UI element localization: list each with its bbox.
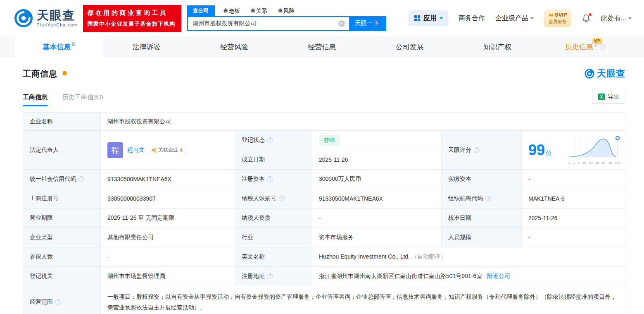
svip-member-button[interactable]: SVIP 会员服务 [544,10,571,27]
chart-tick: 0 [568,161,570,165]
score-label: 天眼评分 [448,146,471,153]
apps-label: 应用 [423,14,437,23]
svip-label: SVIP [555,12,567,18]
chart-tick: 15 [582,161,586,165]
svip-member-label: 会员服务 [548,19,567,25]
help-icon[interactable] [267,273,273,279]
apps-button[interactable]: 应用 [409,10,448,26]
subtab-business-info[interactable]: 工商信息 [23,93,48,106]
search-input[interactable] [188,17,338,30]
table-row: 登记机关 湖州市市场监督管理局 注册地址 浙江省湖州市湖州南太湖新区仁皇山街道仁… [23,267,625,286]
english-name-value: Huzhou Equity Investment Co., Ltd. [319,253,410,260]
more-menu[interactable]: 此处有... [601,14,632,23]
table-row: 法定代表人 程 程习文 关联企业 4 [23,131,625,150]
help-icon[interactable] [55,299,61,305]
table-row: 企业名称 湖州市股权投资有限公司 [23,113,625,131]
business-cooperation-link[interactable]: 商务合作 [459,14,485,23]
subtab-history-business-info[interactable]: 历史工商信息0 [62,93,103,106]
industry-value: 资本市场服务 [312,228,442,247]
tab-intellectual-property[interactable]: 知识产权 [454,36,541,57]
paid-capital-value: - [522,170,625,189]
tab-count: 8 [72,41,75,47]
taxpayer-quality-label: 纳税人资质 [235,209,312,228]
help-icon[interactable] [485,196,491,201]
search-tab-risk[interactable]: 查风险 [278,7,295,16]
excel-icon: X [598,93,605,100]
nearby-companies-link[interactable]: 附近公司 [487,273,510,279]
staff-size-value: - [522,228,625,247]
reg-status-label-cell: 登记状态 [235,131,312,150]
enterprise-products-label: 企业级产品 [495,14,528,23]
search-tab-boss[interactable]: 查老板 [223,7,240,16]
clear-icon[interactable] [338,20,345,27]
search-tab-company[interactable]: 查公司 [187,5,215,16]
subscribe-bell-button[interactable] [61,70,68,77]
corner-brand-text: 天眼查 [597,67,625,80]
chart-tick: 50 [589,161,593,165]
top-bar: 天眼查 TianYanCha.com 都在用的商业查询工具 国家中小企业发展子基… [0,0,644,36]
help-icon[interactable] [279,196,285,201]
relation-graph-icon [152,148,157,153]
help-icon[interactable] [78,176,84,182]
score-label-cell: 天眼评分 [442,131,522,170]
help-icon[interactable] [474,147,480,153]
tab-history-info[interactable]: VIP 历史信息 2 [542,36,629,57]
brand-domain: TianYanCha.com [37,23,78,27]
legal-rep-label: 法定代表人 [23,131,101,170]
export-button[interactable]: X 导出 [592,90,625,104]
chevron-down-icon [530,17,534,19]
score-value: 99分 [528,141,552,159]
taxpayer-id-label: 纳税人识别号 [242,195,276,201]
search-area: 查公司 查老板 查关系 查风险 天眼一下 [187,6,386,31]
score-chart[interactable]: 0 1 3 15 50 85 97 99 100 [568,135,621,165]
tab-operation-risk[interactable]: 经营风险 [190,36,278,57]
established-value: 2025-11-26 [312,150,442,170]
tianyancha-logo-icon [585,69,594,79]
approval-date-label: 核准日期 [442,209,522,228]
chart-tick: 100 [615,161,620,165]
insured-count-label: 参保人数 [23,247,101,267]
export-label: 导出 [608,93,619,101]
score-cell: 99分 [522,131,625,170]
tab-basic-info[interactable]: 基本信息 8 [15,36,102,57]
staff-size-label: 人员规模 [442,228,522,247]
legal-rep-cell: 程 程习文 关联企业 4 [101,131,235,170]
search-button[interactable]: 天眼一下 [349,17,385,30]
business-cooperation-label: 商务合作 [459,14,485,23]
reg-number-label: 工商注册号 [23,189,101,209]
reg-address-label: 注册地址 [242,273,265,279]
main-content: 工商信息 天眼查 工商信息 历史工商信息0 [0,57,644,314]
established-label: 成立日期 [235,150,312,170]
taxpayer-id-label-cell: 纳税人识别号 [235,189,312,209]
approval-date-value: 2025-11-26 [522,209,625,228]
enterprise-products-link[interactable]: 企业级产品 [495,14,534,23]
tab-company-development[interactable]: 公司发展 [366,36,454,57]
reg-capital-label-cell: 注册资本 [235,170,312,189]
section-header: 工商信息 天眼查 [23,57,625,80]
legal-rep-link[interactable]: 程习文 [127,146,145,154]
promo-banner: 都在用的商业查询工具 国家中小企业发展子基金旗下机构 [83,5,181,32]
tab-legal-proceedings[interactable]: 法律诉讼 [102,36,190,57]
org-code-label: 组织机构代码 [448,195,483,201]
logo-text: 天眼查 TianYanCha.com [37,9,78,28]
svg-text:X: X [600,95,603,99]
tab-label: 基本信息 [43,42,71,52]
corner-brand-logo: 天眼查 [585,67,625,80]
legal-rep-avatar[interactable]: 程 [107,142,123,158]
score-pin-icon [616,137,619,140]
business-scope-label: 经营范围 [30,298,53,305]
help-icon[interactable] [267,137,273,143]
more-menu-label: 此处有... [601,14,626,23]
table-row: 参保人数 - 英文名称 Huzhou Equity Investment Co.… [23,247,625,267]
paid-capital-label: 实缴资本 [442,170,522,189]
help-icon[interactable] [600,44,606,50]
company-type-value: 其他有限责任公司 [101,228,235,247]
tianyancha-logo[interactable]: 天眼查 TianYanCha.com [14,9,78,28]
search-tab-relation[interactable]: 查关系 [250,7,268,16]
notifications-button[interactable] [582,14,591,23]
help-icon[interactable] [267,176,273,182]
page: 天眼查 TianYanCha.com 都在用的商业查询工具 国家中小企业发展子基… [0,0,644,314]
business-term-value: 2025-11-26 至 无固定期限 [101,209,235,228]
tab-operation-info[interactable]: 经营信息 [278,36,366,57]
related-companies-badge[interactable]: 关联企业 4 [149,145,185,155]
